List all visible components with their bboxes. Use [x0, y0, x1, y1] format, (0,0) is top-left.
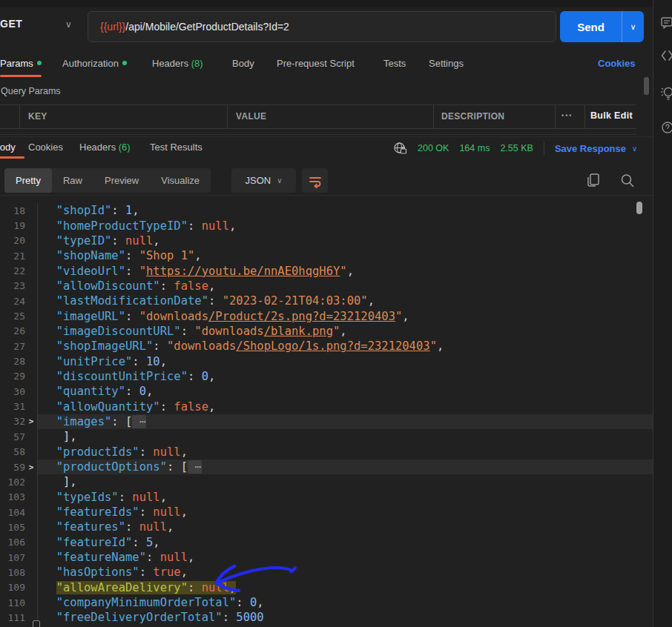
fold-toggle-icon[interactable]: > — [25, 462, 37, 472]
more-options-icon[interactable]: ••• — [561, 112, 573, 119]
code-snippet-icon[interactable] — [661, 49, 672, 62]
line-number: 103 — [0, 491, 25, 502]
json-line-29: 29 "discountUnitPrice": 0, — [0, 369, 653, 384]
line-number: 18 — [0, 205, 25, 216]
authorization-dot — [122, 61, 127, 65]
line-number: 105 — [0, 522, 25, 533]
json-line-111: 111 "freeDeliveryOrderTotal": 5000 — [0, 610, 653, 625]
bulk-edit-button[interactable]: Bulk Edit — [590, 110, 633, 121]
json-code: "typeID": null, — [37, 233, 653, 248]
json-code: "freeDeliveryOrderTotal": 5000 — [37, 610, 653, 625]
params-scrollbar-thumb[interactable] — [644, 77, 649, 95]
line-number: 107 — [0, 552, 25, 563]
meta-divider — [544, 142, 544, 155]
postman-window: GET ∨ {{url}}/api/Mobile/GetProductDetai… — [0, 0, 672, 627]
search-response-button[interactable] — [619, 171, 636, 190]
tab-settings[interactable]: Settings — [429, 58, 464, 69]
line-number: 31 — [0, 401, 25, 412]
response-scrollbar-thumb[interactable] — [636, 202, 642, 214]
json-code: "imageURL": "downloads/Product/2s.png?d=… — [37, 308, 653, 323]
response-time[interactable]: 164 ms — [459, 143, 490, 153]
response-tab-test-results[interactable]: Test Results — [150, 142, 202, 153]
json-line-25: 25 "imageURL": "downloads/Product/2s.png… — [0, 308, 653, 323]
line-number: 19 — [0, 220, 25, 231]
line-number: 57 — [0, 431, 25, 442]
line-number: 28 — [0, 356, 25, 367]
query-params-header: KEY VALUE DESCRIPTION ••• Bulk Edit — [0, 105, 636, 129]
line-number: 23 — [0, 280, 25, 291]
response-body-json: 18 "shopId": 1,19 "homeProductTypeID": n… — [0, 196, 653, 627]
save-response-button[interactable]: Save Response∨ — [555, 143, 637, 154]
copy-icon — [584, 171, 602, 190]
send-options-chevron-icon[interactable]: ∨ — [622, 11, 644, 42]
json-code: "features": null, — [37, 520, 653, 534]
json-line-110: 110 "companyMinimumOrderTotal": 0, — [0, 595, 653, 610]
json-line-105: 105 "features": null, — [0, 520, 653, 534]
line-number: 22 — [0, 265, 25, 276]
json-code: "lastModificationDate": "2023-02-21T04:0… — [37, 293, 653, 308]
json-code: "shopId": 1, — [37, 203, 653, 218]
tab-params[interactable]: Params — [0, 58, 42, 69]
wrap-lines-button[interactable] — [302, 168, 328, 193]
response-tab-body[interactable]: Body — [0, 142, 16, 153]
json-code: "shopImageURL": "downloads/ShopLogo/1s.p… — [37, 339, 653, 354]
json-line-19: 19 "homeProductTypeID": null, — [0, 218, 653, 233]
json-line-22: 22 "videoUrl": "https://youtu.be/nnAE0hq… — [0, 263, 653, 278]
response-meta: 200 OK 164 ms 2.55 KB Save Response∨ — [393, 141, 637, 156]
json-line-104: 104 "featureIds": null, — [0, 505, 653, 520]
line-number: 25 — [0, 311, 25, 322]
fold-widget-partial — [33, 620, 40, 627]
json-line-32: 32> "images": [ ⋯ — [0, 414, 653, 429]
url-variable: {{url}} — [100, 21, 125, 33]
chevron-down-icon[interactable]: ∨ — [65, 19, 72, 30]
json-line-102: 102 ], — [0, 474, 653, 489]
json-code: "unitPrice": 10, — [37, 354, 653, 368]
params-dot — [37, 61, 42, 65]
tab-headers[interactable]: Headers (8) — [152, 58, 203, 69]
json-line-26: 26 "imageDiscountURL": "downloads/blank.… — [0, 324, 653, 339]
mode-preview[interactable]: Preview — [93, 168, 150, 193]
line-number: 111 — [0, 612, 25, 623]
url-input[interactable]: {{url}}/api/Mobile/GetProductDetails?Id=… — [88, 11, 556, 42]
json-code: "shopName": "Shop 1", — [37, 248, 653, 263]
response-tab-headers[interactable]: Headers (6) — [79, 142, 131, 153]
tab-prerequest-script[interactable]: Pre-request Script — [277, 58, 355, 69]
json-code: "quantity": 0, — [37, 384, 653, 399]
line-number: 21 — [0, 251, 25, 262]
line-number: 30 — [0, 386, 25, 397]
line-number: 102 — [0, 477, 25, 488]
json-line-24: 24 "lastModificationDate": "2023-02-21T0… — [0, 293, 653, 308]
network-globe-icon[interactable] — [393, 142, 407, 155]
text-wrap-icon — [308, 173, 323, 188]
line-number: 29 — [0, 371, 25, 382]
method-selector[interactable]: GET — [0, 18, 22, 30]
json-line-18: 18 "shopId": 1, — [0, 203, 653, 218]
tab-tests[interactable]: Tests — [383, 58, 406, 69]
tab-body[interactable]: Body — [232, 58, 254, 69]
line-number: 110 — [0, 597, 25, 608]
json-line-57: 57 ], — [0, 429, 653, 444]
language-selector[interactable]: JSON∨ — [231, 168, 296, 193]
fold-toggle-icon[interactable]: > — [25, 417, 37, 426]
copy-response-button[interactable] — [584, 171, 602, 190]
send-button[interactable]: Send ∨ — [560, 11, 644, 42]
line-number: 32 — [0, 416, 25, 427]
right-sidebar — [653, 0, 672, 627]
json-line-31: 31 "allowQuantity": false, — [0, 399, 653, 414]
json-code: "allowDiscount": false, — [37, 279, 653, 293]
mode-visualize[interactable]: Visualize — [150, 168, 211, 193]
response-size[interactable]: 2.55 KB — [500, 143, 533, 153]
json-line-20: 20 "typeID": null, — [0, 233, 653, 248]
line-number: 20 — [0, 235, 25, 246]
status-badge[interactable]: 200 OK — [418, 143, 449, 153]
response-tab-cookies[interactable]: Cookies — [28, 142, 63, 153]
cookies-link[interactable]: Cookies — [598, 58, 636, 69]
mode-raw[interactable]: Raw — [52, 168, 93, 193]
mode-pretty[interactable]: Pretty — [4, 168, 52, 193]
request-tabs: Params Authorization Headers (8) Body Pr… — [0, 58, 653, 80]
url-path: /api/Mobile/GetProductDetails?Id=2 — [125, 21, 289, 33]
tab-authorization[interactable]: Authorization — [62, 58, 127, 69]
comments-icon[interactable] — [661, 16, 672, 30]
help-circle-icon[interactable] — [661, 121, 672, 134]
lightbulb-icon[interactable] — [661, 85, 672, 102]
